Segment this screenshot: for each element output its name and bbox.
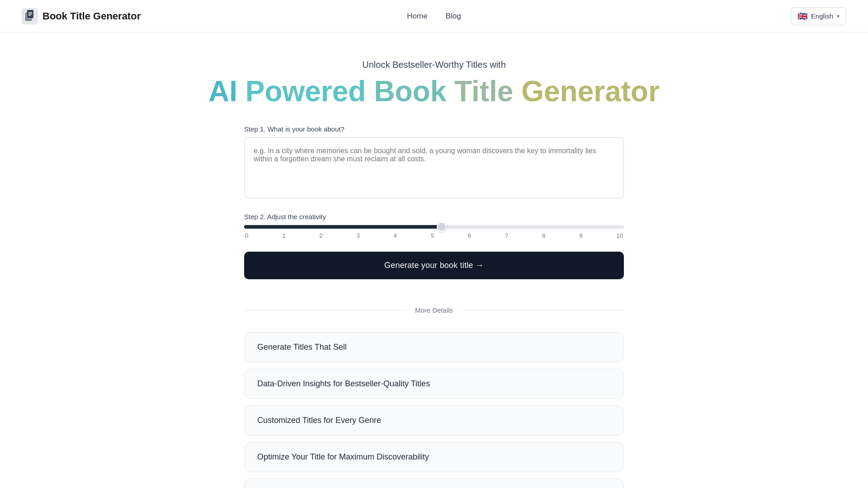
slider-label-10: 10 xyxy=(616,232,623,239)
book-description-input[interactable] xyxy=(244,137,624,198)
creativity-slider-container xyxy=(244,225,624,229)
detail-card-3[interactable]: Optimize Your Title for Maximum Discover… xyxy=(244,442,624,472)
slider-labels: 0 1 2 3 4 5 6 7 8 9 10 xyxy=(244,232,624,239)
slider-label-9: 9 xyxy=(579,232,582,239)
hero-section: Unlock Bestseller-Worthy Titles with AI … xyxy=(0,33,868,125)
creativity-section: Step 2. Adjust the creativity 0 1 2 3 4 … xyxy=(244,213,624,239)
detail-card-0[interactable]: Generate Titles That Sell xyxy=(244,332,624,362)
form-section: Step 1. What is your book about? Step 2.… xyxy=(235,125,633,306)
nav-blog[interactable]: Blog xyxy=(446,12,461,21)
slider-label-4: 4 xyxy=(394,232,397,239)
slider-label-2: 2 xyxy=(319,232,322,239)
detail-card-title-0: Generate Titles That Sell xyxy=(257,343,347,352)
details-section: Generate Titles That Sell Data-Driven In… xyxy=(235,332,633,488)
detail-card-4[interactable]: Leverage Emotional Engagement and Market… xyxy=(244,479,624,488)
detail-card-1[interactable]: Data-Driven Insights for Bestseller-Qual… xyxy=(244,369,624,399)
nav-home[interactable]: Home xyxy=(407,12,427,21)
slider-track xyxy=(244,225,624,229)
nav-links: Home Blog xyxy=(407,12,461,21)
detail-card-2[interactable]: Customized Titles for Every Genre xyxy=(244,405,624,436)
divider-line-left xyxy=(244,310,406,310)
hero-title-word-title: Title xyxy=(454,75,521,108)
hero-title-word-ai: AI xyxy=(208,75,245,108)
divider-text: More Details xyxy=(415,306,453,314)
slider-label-6: 6 xyxy=(468,232,471,239)
generate-button[interactable]: Generate your book title → xyxy=(244,252,624,279)
detail-card-title-2: Customized Titles for Every Genre xyxy=(257,416,381,425)
logo-title: Book Title Generator xyxy=(42,10,141,22)
logo-area: Book Title Generator xyxy=(22,8,141,24)
slider-label-7: 7 xyxy=(505,232,508,239)
slider-fill xyxy=(244,225,442,229)
slider-label-1: 1 xyxy=(282,232,285,239)
slider-label-3: 3 xyxy=(356,232,359,239)
hero-title-word-generator: Generator xyxy=(521,75,660,108)
hero-title-word-powered: Powered xyxy=(245,75,374,108)
language-label: English xyxy=(811,12,833,20)
slider-label-8: 8 xyxy=(542,232,545,239)
language-selector[interactable]: 🇬🇧 English ▾ xyxy=(791,7,846,25)
step1-label: Step 1. What is your book about? xyxy=(244,125,624,133)
hero-title: AI Powered Book Title Generator xyxy=(9,75,859,107)
slider-label-0: 0 xyxy=(245,232,248,239)
step2-label: Step 2. Adjust the creativity xyxy=(244,213,624,221)
detail-card-title-3: Optimize Your Title for Maximum Discover… xyxy=(257,452,429,461)
slider-label-5: 5 xyxy=(431,232,434,239)
divider-line-right xyxy=(462,310,624,310)
logo-icon xyxy=(22,8,38,24)
header: Book Title Generator Home Blog 🇬🇧 Englis… xyxy=(0,0,868,33)
flag-icon: 🇬🇧 xyxy=(797,11,807,21)
slider-thumb[interactable] xyxy=(437,222,447,232)
hero-title-word-book: Book xyxy=(374,75,454,108)
more-details-divider: More Details xyxy=(235,306,633,314)
chevron-down-icon: ▾ xyxy=(837,13,840,19)
detail-card-title-1: Data-Driven Insights for Bestseller-Qual… xyxy=(257,379,430,388)
hero-subtitle: Unlock Bestseller-Worthy Titles with xyxy=(9,60,859,70)
